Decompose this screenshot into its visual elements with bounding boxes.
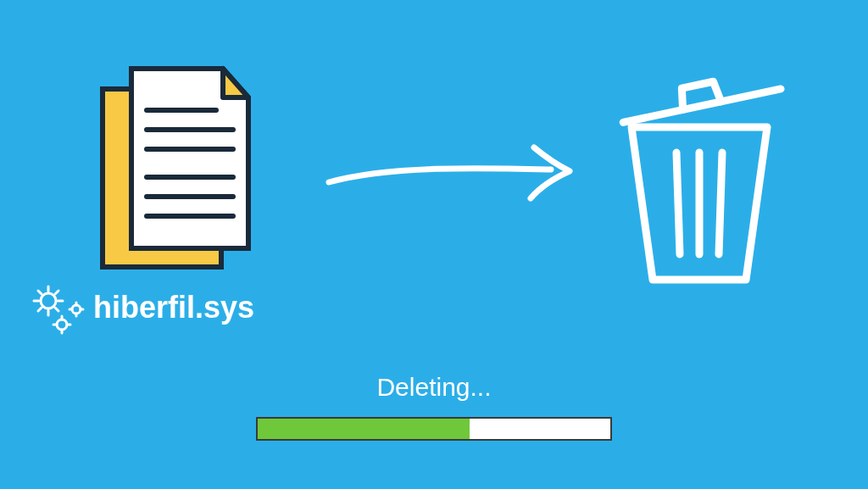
progress-bar [256,417,612,441]
svg-point-7 [41,293,56,308]
svg-line-15 [55,291,58,294]
status-text: Deleting... [0,373,868,402]
progress-fill [258,419,470,439]
svg-line-29 [719,153,722,254]
svg-line-12 [38,291,42,294]
svg-point-16 [57,320,67,330]
document-stack-icon [97,64,254,275]
file-name-label: hiberfil.sys [93,290,254,325]
svg-line-14 [38,308,42,311]
gears-icon [30,284,89,339]
svg-line-26 [623,89,781,123]
arrow-right-icon [322,136,576,212]
svg-line-13 [55,308,58,311]
trash-icon [610,59,788,288]
svg-line-27 [676,153,680,254]
